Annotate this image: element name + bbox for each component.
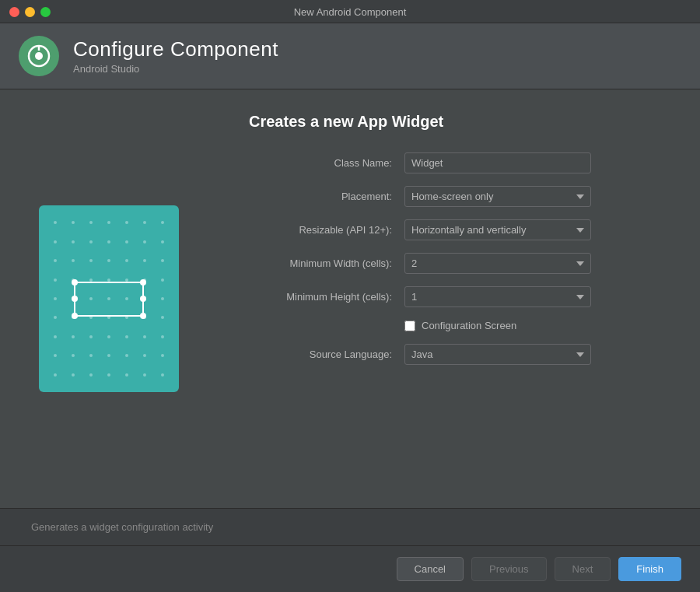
resizable-select[interactable]: Horizontally and vertically Horizontally…: [404, 219, 591, 240]
dot: [143, 373, 146, 377]
dot: [72, 373, 75, 377]
dot: [125, 335, 128, 338]
dot: [72, 240, 75, 243]
dot: [107, 335, 110, 338]
source-language-row: Source Language: Java Kotlin: [249, 344, 669, 365]
dot: [107, 259, 110, 262]
description-area: Generates a widget configuration activit…: [0, 508, 700, 545]
placement-label: Placement:: [249, 191, 404, 202]
source-language-control: Java Kotlin: [404, 344, 591, 365]
dot: [143, 240, 146, 243]
minimize-button[interactable]: [25, 7, 35, 17]
dot: [161, 297, 164, 300]
dot: [161, 354, 164, 357]
dot: [89, 354, 93, 357]
maximize-button[interactable]: [40, 7, 51, 17]
config-screen-checkbox[interactable]: [404, 321, 415, 331]
source-language-select[interactable]: Java Kotlin: [404, 344, 591, 365]
dot: [89, 335, 93, 338]
dot: [143, 354, 146, 357]
dot: [107, 278, 110, 282]
cancel-button[interactable]: Cancel: [397, 557, 464, 581]
dot: [89, 278, 93, 282]
dot: [161, 278, 164, 282]
placement-row: Placement: Home-screen only Home-screen …: [249, 186, 669, 207]
dot: [89, 259, 93, 262]
dot: [161, 221, 164, 224]
dot: [125, 278, 128, 282]
close-button[interactable]: [9, 7, 19, 17]
placement-control: Home-screen only Home-screen and keyguar…: [404, 186, 591, 207]
description-text: Generates a widget configuration activit…: [31, 521, 213, 533]
min-height-label: Minimum Height (cells):: [249, 291, 404, 303]
min-height-row: Minimum Height (cells): 1 2 3 4 5: [249, 286, 669, 307]
preview-panel: [0, 89, 218, 508]
dot: [125, 373, 128, 377]
dot: [107, 373, 110, 377]
dot: [89, 221, 93, 224]
dot: [107, 221, 110, 224]
min-height-control: 1 2 3 4 5: [404, 286, 591, 307]
traffic-lights: [9, 7, 51, 17]
dot: [72, 259, 75, 262]
dot: [125, 316, 128, 319]
min-height-select[interactable]: 1 2 3 4 5: [404, 286, 591, 307]
dot: [54, 221, 57, 224]
dot: [161, 373, 164, 377]
svg-point-1: [35, 52, 43, 60]
dot: [72, 221, 75, 224]
dot: [125, 354, 128, 357]
dot: [125, 221, 128, 224]
android-studio-logo: [19, 36, 59, 76]
finish-button[interactable]: Finish: [618, 557, 681, 581]
min-width-row: Minimum Width (cells): 1 2 3 4 5: [249, 253, 669, 274]
window-title: New Android Component: [294, 6, 407, 18]
dot: [54, 373, 57, 377]
dot: [54, 354, 57, 357]
dot: [54, 335, 57, 338]
source-language-label: Source Language:: [249, 349, 404, 360]
dot: [54, 240, 57, 243]
widget-box: [74, 282, 144, 317]
form-panel: Creates a new App Widget Class Name: Pla…: [218, 89, 700, 508]
min-width-control: 1 2 3 4 5: [404, 253, 591, 274]
main-content: Creates a new App Widget Class Name: Pla…: [0, 89, 700, 508]
previous-button[interactable]: Previous: [471, 557, 547, 581]
title-bar: New Android Component: [0, 0, 700, 23]
widget-preview: [39, 205, 179, 392]
class-name-control: [404, 152, 591, 173]
class-name-row: Class Name:: [249, 152, 669, 173]
dot: [54, 316, 57, 319]
dot: [89, 373, 93, 377]
config-screen-row: Configuration Screen: [404, 320, 669, 331]
resizable-control: Horizontally and vertically Horizontally…: [404, 219, 591, 240]
dot: [143, 335, 146, 338]
dot: [89, 316, 93, 319]
min-width-select[interactable]: 1 2 3 4 5: [404, 253, 591, 274]
dot: [161, 259, 164, 262]
dot: [143, 221, 146, 224]
form-section-title: Creates a new App Widget: [249, 113, 669, 131]
dot: [107, 240, 110, 243]
header-text: Configure Component Android Studio: [73, 37, 278, 75]
placement-select[interactable]: Home-screen only Home-screen and keyguar…: [404, 186, 591, 207]
page-title: Configure Component: [73, 37, 278, 61]
next-button[interactable]: Next: [555, 557, 611, 581]
dot: [125, 240, 128, 243]
dot: [54, 259, 57, 262]
dot: [125, 259, 128, 262]
footer: Cancel Previous Next Finish: [0, 545, 700, 592]
header: Configure Component Android Studio: [0, 23, 700, 89]
dot: [72, 335, 75, 338]
dot: [72, 354, 75, 357]
dot: [54, 297, 57, 300]
class-name-label: Class Name:: [249, 157, 404, 169]
class-name-input[interactable]: [404, 152, 591, 173]
dot: [143, 259, 146, 262]
dot: [107, 354, 110, 357]
dot: [107, 316, 110, 319]
resizable-row: Resizable (API 12+): Horizontally and ve…: [249, 219, 669, 240]
dot: [161, 335, 164, 338]
min-width-label: Minimum Width (cells):: [249, 257, 404, 269]
config-screen-label: Configuration Screen: [422, 320, 516, 331]
